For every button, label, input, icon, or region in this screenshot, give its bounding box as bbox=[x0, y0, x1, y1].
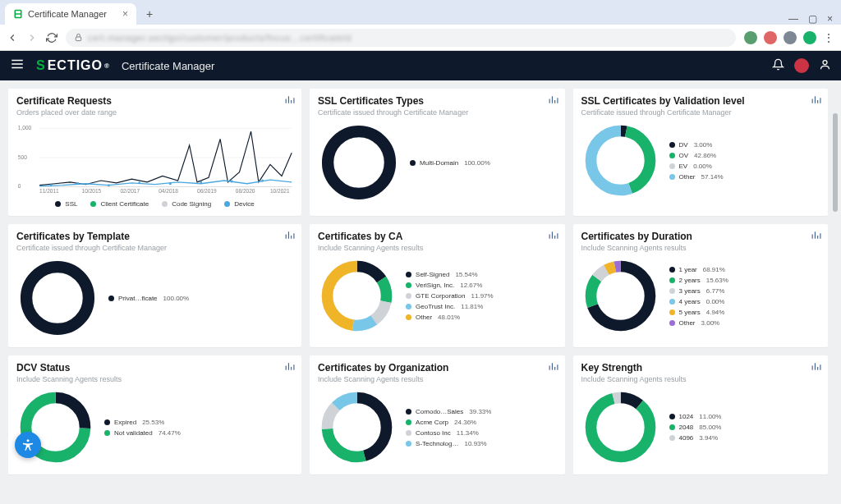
kebab-menu-icon[interactable]: ⋮ bbox=[823, 31, 834, 44]
card-subtitle: Include Scanning Agents results bbox=[581, 375, 820, 383]
card-subtitle: Certificate issued through Certificate M… bbox=[581, 108, 820, 117]
chart-icon[interactable] bbox=[548, 360, 558, 375]
chart-icon[interactable] bbox=[284, 94, 295, 108]
legend-item: 1 year68.91% bbox=[669, 266, 728, 273]
donut-chart bbox=[581, 257, 659, 335]
chart-icon[interactable] bbox=[811, 229, 821, 244]
card-subtitle: Include Scanning Agents results bbox=[16, 375, 293, 383]
card-title: Certificates by Duration bbox=[581, 231, 820, 242]
legend-item: EV0.00% bbox=[669, 163, 724, 170]
svg-point-2 bbox=[823, 60, 827, 64]
legend-item: VeriSign, Inc.12.67% bbox=[406, 282, 494, 289]
back-icon[interactable] bbox=[7, 32, 18, 44]
minimize-icon[interactable]: — bbox=[788, 13, 798, 25]
user-avatar[interactable] bbox=[794, 58, 809, 73]
card-title: SSL Certificates Types bbox=[318, 95, 556, 107]
card-title: Certificates by CA bbox=[318, 231, 556, 242]
svg-point-58 bbox=[27, 439, 30, 442]
svg-point-16 bbox=[261, 180, 264, 182]
card-dcv: DCV Status Include Scanning Agents resul… bbox=[8, 355, 301, 474]
extension-icons: ⋮ bbox=[744, 31, 834, 44]
chart-icon[interactable] bbox=[284, 360, 295, 375]
card-title: DCV Status bbox=[16, 362, 293, 373]
chart-icon[interactable] bbox=[548, 94, 558, 108]
legend-item: Code Signing bbox=[162, 200, 211, 208]
menu-icon[interactable] bbox=[10, 57, 25, 75]
chart-icon[interactable] bbox=[284, 229, 295, 244]
extension-icon[interactable] bbox=[764, 31, 777, 44]
close-window-icon[interactable]: × bbox=[827, 13, 833, 25]
svg-text:500: 500 bbox=[18, 154, 27, 160]
card-subtitle: Orders placed over date range bbox=[16, 108, 293, 117]
donut-chart bbox=[318, 121, 400, 204]
extension-icon[interactable] bbox=[784, 31, 797, 44]
legend-item: 3 years6.77% bbox=[669, 287, 728, 295]
legend-item: 5 years4.94% bbox=[669, 309, 728, 316]
browser-toolbar: cert.manager.sectigo/customer/products/f… bbox=[0, 25, 841, 51]
legend-item: DV3.00% bbox=[669, 141, 724, 149]
app-title: Certificate Manager bbox=[122, 60, 214, 72]
scrollbar[interactable] bbox=[833, 113, 838, 212]
browser-tab-title: Certificate Manager bbox=[28, 9, 107, 19]
donut-chart bbox=[318, 257, 396, 335]
chart-icon[interactable] bbox=[811, 94, 821, 108]
forward-icon[interactable] bbox=[26, 32, 38, 44]
svg-point-25 bbox=[328, 131, 390, 194]
legend-item: 204885.00% bbox=[669, 424, 722, 431]
svg-point-15 bbox=[231, 180, 233, 182]
svg-point-13 bbox=[169, 182, 172, 185]
card-title: Certificates by Organization bbox=[318, 362, 556, 373]
new-tab-button[interactable]: + bbox=[140, 3, 159, 25]
card-key-strength: Key Strength Include Scanning Agents res… bbox=[573, 355, 828, 474]
card-organization: Certificates by Organization Include Sca… bbox=[310, 355, 564, 474]
legend-item: Contoso Inc11.34% bbox=[406, 429, 491, 437]
browser-tab[interactable]: Certificate Manager × bbox=[5, 3, 136, 25]
card-ssl-types: SSL Certificates Types Certificate issue… bbox=[310, 89, 564, 216]
close-tab-icon[interactable]: × bbox=[122, 8, 128, 20]
svg-text:10/2021: 10/2021 bbox=[270, 188, 290, 194]
legend-item: S-Technolog…10.93% bbox=[406, 440, 491, 447]
card-subtitle: Certificate issued through Certificate M… bbox=[318, 108, 556, 117]
legend-item: Multi-Domain100.00% bbox=[410, 159, 490, 167]
extension-icon[interactable] bbox=[744, 31, 757, 44]
legend-item: Acme Corp24.36% bbox=[406, 419, 491, 426]
chart-icon[interactable] bbox=[811, 360, 821, 375]
card-title: Certificates by Template bbox=[16, 231, 293, 242]
maximize-icon[interactable]: ▢ bbox=[808, 13, 817, 25]
chart-icon[interactable] bbox=[548, 229, 558, 244]
window-controls: — ▢ × bbox=[788, 13, 841, 25]
legend-item: Other48.01% bbox=[406, 314, 494, 321]
notifications-icon[interactable] bbox=[772, 58, 784, 74]
accessibility-button[interactable] bbox=[15, 432, 41, 458]
card-title: Key Strength bbox=[581, 362, 820, 373]
svg-text:0: 0 bbox=[18, 183, 21, 189]
lock-icon bbox=[74, 33, 83, 42]
line-chart: 1,000 500 0 11/20 bbox=[16, 120, 293, 194]
legend-item: Client Certificate bbox=[90, 200, 149, 208]
svg-rect-1 bbox=[76, 37, 80, 41]
profile-avatar-icon[interactable] bbox=[803, 31, 816, 44]
svg-point-12 bbox=[138, 181, 140, 184]
card-ca: Certificates by CA Include Scanning Agen… bbox=[310, 224, 564, 347]
card-subtitle: Include Scanning Agents results bbox=[581, 244, 820, 252]
legend-item: Not validated74.47% bbox=[104, 429, 181, 437]
donut-chart bbox=[581, 388, 659, 466]
svg-text:04/2018: 04/2018 bbox=[159, 188, 178, 194]
card-title: SSL Certificates by Validation level bbox=[581, 95, 820, 107]
app-header: SSECTIGOECTIGO® Certificate Manager bbox=[0, 51, 841, 80]
reload-icon[interactable] bbox=[46, 32, 57, 44]
legend-item: Expired25.53% bbox=[104, 419, 181, 426]
donut-chart bbox=[318, 388, 396, 466]
svg-point-32 bbox=[26, 267, 89, 329]
card-subtitle: Include Scanning Agents results bbox=[318, 244, 556, 252]
brand-logo[interactable]: SSECTIGOECTIGO® bbox=[36, 58, 110, 73]
legend-item: 2 years15.63% bbox=[669, 277, 728, 284]
svg-point-10 bbox=[76, 182, 79, 185]
svg-text:10/2015: 10/2015 bbox=[82, 188, 102, 194]
legend-item: Other57.14% bbox=[669, 173, 724, 181]
address-bar[interactable]: cert.manager.sectigo/customer/products/f… bbox=[66, 29, 736, 47]
user-menu-icon[interactable] bbox=[819, 58, 831, 74]
card-template: Certificates by Template Certificate iss… bbox=[8, 224, 301, 347]
svg-point-56 bbox=[591, 398, 650, 457]
legend-item: Comodo…Sales39.33% bbox=[406, 408, 491, 415]
